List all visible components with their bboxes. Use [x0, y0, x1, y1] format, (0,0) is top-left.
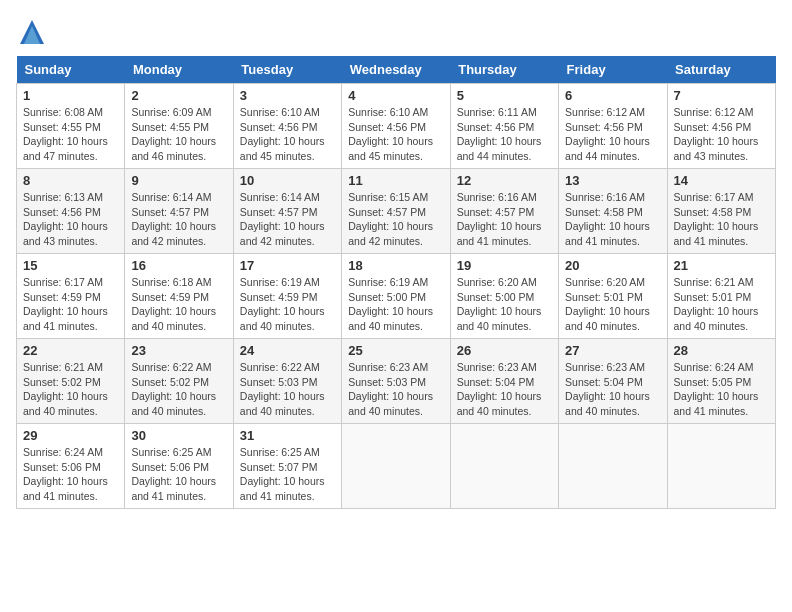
weekday-header-monday: Monday	[125, 56, 233, 84]
calendar-cell: 3 Sunrise: 6:10 AM Sunset: 4:56 PM Dayli…	[233, 84, 341, 169]
calendar-cell: 12 Sunrise: 6:16 AM Sunset: 4:57 PM Dayl…	[450, 169, 558, 254]
day-number: 15	[23, 258, 118, 273]
day-number: 14	[674, 173, 769, 188]
day-number: 1	[23, 88, 118, 103]
day-number: 12	[457, 173, 552, 188]
day-info: Sunrise: 6:23 AM Sunset: 5:03 PM Dayligh…	[348, 360, 443, 419]
calendar-cell: 10 Sunrise: 6:14 AM Sunset: 4:57 PM Dayl…	[233, 169, 341, 254]
day-info: Sunrise: 6:20 AM Sunset: 5:00 PM Dayligh…	[457, 275, 552, 334]
day-number: 23	[131, 343, 226, 358]
day-number: 17	[240, 258, 335, 273]
day-info: Sunrise: 6:12 AM Sunset: 4:56 PM Dayligh…	[565, 105, 660, 164]
day-info: Sunrise: 6:17 AM Sunset: 4:59 PM Dayligh…	[23, 275, 118, 334]
weekday-header-tuesday: Tuesday	[233, 56, 341, 84]
calendar-cell: 21 Sunrise: 6:21 AM Sunset: 5:01 PM Dayl…	[667, 254, 775, 339]
calendar-cell: 4 Sunrise: 6:10 AM Sunset: 4:56 PM Dayli…	[342, 84, 450, 169]
weekday-header-sunday: Sunday	[17, 56, 125, 84]
calendar-cell: 25 Sunrise: 6:23 AM Sunset: 5:03 PM Dayl…	[342, 339, 450, 424]
day-info: Sunrise: 6:11 AM Sunset: 4:56 PM Dayligh…	[457, 105, 552, 164]
calendar-cell: 18 Sunrise: 6:19 AM Sunset: 5:00 PM Dayl…	[342, 254, 450, 339]
calendar-cell	[342, 424, 450, 509]
calendar-cell: 31 Sunrise: 6:25 AM Sunset: 5:07 PM Dayl…	[233, 424, 341, 509]
day-number: 26	[457, 343, 552, 358]
day-info: Sunrise: 6:13 AM Sunset: 4:56 PM Dayligh…	[23, 190, 118, 249]
weekday-header-saturday: Saturday	[667, 56, 775, 84]
calendar-cell: 11 Sunrise: 6:15 AM Sunset: 4:57 PM Dayl…	[342, 169, 450, 254]
week-row-5: 29 Sunrise: 6:24 AM Sunset: 5:06 PM Dayl…	[17, 424, 776, 509]
day-number: 7	[674, 88, 769, 103]
day-number: 21	[674, 258, 769, 273]
day-info: Sunrise: 6:19 AM Sunset: 5:00 PM Dayligh…	[348, 275, 443, 334]
calendar-cell: 29 Sunrise: 6:24 AM Sunset: 5:06 PM Dayl…	[17, 424, 125, 509]
calendar-cell: 6 Sunrise: 6:12 AM Sunset: 4:56 PM Dayli…	[559, 84, 667, 169]
day-info: Sunrise: 6:14 AM Sunset: 4:57 PM Dayligh…	[240, 190, 335, 249]
day-info: Sunrise: 6:21 AM Sunset: 5:01 PM Dayligh…	[674, 275, 769, 334]
calendar-cell: 19 Sunrise: 6:20 AM Sunset: 5:00 PM Dayl…	[450, 254, 558, 339]
day-number: 18	[348, 258, 443, 273]
calendar-cell	[667, 424, 775, 509]
day-info: Sunrise: 6:24 AM Sunset: 5:05 PM Dayligh…	[674, 360, 769, 419]
day-number: 29	[23, 428, 118, 443]
day-number: 11	[348, 173, 443, 188]
day-info: Sunrise: 6:10 AM Sunset: 4:56 PM Dayligh…	[348, 105, 443, 164]
day-number: 24	[240, 343, 335, 358]
calendar-cell: 2 Sunrise: 6:09 AM Sunset: 4:55 PM Dayli…	[125, 84, 233, 169]
day-info: Sunrise: 6:08 AM Sunset: 4:55 PM Dayligh…	[23, 105, 118, 164]
day-info: Sunrise: 6:17 AM Sunset: 4:58 PM Dayligh…	[674, 190, 769, 249]
calendar-cell: 22 Sunrise: 6:21 AM Sunset: 5:02 PM Dayl…	[17, 339, 125, 424]
calendar-header-row: SundayMondayTuesdayWednesdayThursdayFrid…	[17, 56, 776, 84]
day-number: 10	[240, 173, 335, 188]
day-number: 19	[457, 258, 552, 273]
day-info: Sunrise: 6:10 AM Sunset: 4:56 PM Dayligh…	[240, 105, 335, 164]
calendar-cell: 26 Sunrise: 6:23 AM Sunset: 5:04 PM Dayl…	[450, 339, 558, 424]
calendar-cell: 7 Sunrise: 6:12 AM Sunset: 4:56 PM Dayli…	[667, 84, 775, 169]
calendar-cell: 23 Sunrise: 6:22 AM Sunset: 5:02 PM Dayl…	[125, 339, 233, 424]
day-number: 13	[565, 173, 660, 188]
calendar-cell: 27 Sunrise: 6:23 AM Sunset: 5:04 PM Dayl…	[559, 339, 667, 424]
day-info: Sunrise: 6:16 AM Sunset: 4:58 PM Dayligh…	[565, 190, 660, 249]
day-info: Sunrise: 6:12 AM Sunset: 4:56 PM Dayligh…	[674, 105, 769, 164]
day-number: 4	[348, 88, 443, 103]
calendar-cell: 8 Sunrise: 6:13 AM Sunset: 4:56 PM Dayli…	[17, 169, 125, 254]
logo	[16, 16, 52, 48]
day-info: Sunrise: 6:23 AM Sunset: 5:04 PM Dayligh…	[565, 360, 660, 419]
day-number: 28	[674, 343, 769, 358]
week-row-1: 1 Sunrise: 6:08 AM Sunset: 4:55 PM Dayli…	[17, 84, 776, 169]
day-info: Sunrise: 6:25 AM Sunset: 5:06 PM Dayligh…	[131, 445, 226, 504]
day-number: 5	[457, 88, 552, 103]
calendar-cell: 17 Sunrise: 6:19 AM Sunset: 4:59 PM Dayl…	[233, 254, 341, 339]
calendar-cell: 1 Sunrise: 6:08 AM Sunset: 4:55 PM Dayli…	[17, 84, 125, 169]
calendar-cell: 20 Sunrise: 6:20 AM Sunset: 5:01 PM Dayl…	[559, 254, 667, 339]
weekday-header-wednesday: Wednesday	[342, 56, 450, 84]
page-header	[16, 16, 776, 48]
day-number: 25	[348, 343, 443, 358]
day-info: Sunrise: 6:14 AM Sunset: 4:57 PM Dayligh…	[131, 190, 226, 249]
calendar-cell: 16 Sunrise: 6:18 AM Sunset: 4:59 PM Dayl…	[125, 254, 233, 339]
day-number: 3	[240, 88, 335, 103]
weekday-header-thursday: Thursday	[450, 56, 558, 84]
day-info: Sunrise: 6:20 AM Sunset: 5:01 PM Dayligh…	[565, 275, 660, 334]
day-info: Sunrise: 6:16 AM Sunset: 4:57 PM Dayligh…	[457, 190, 552, 249]
calendar-cell: 14 Sunrise: 6:17 AM Sunset: 4:58 PM Dayl…	[667, 169, 775, 254]
day-info: Sunrise: 6:09 AM Sunset: 4:55 PM Dayligh…	[131, 105, 226, 164]
day-info: Sunrise: 6:22 AM Sunset: 5:03 PM Dayligh…	[240, 360, 335, 419]
week-row-3: 15 Sunrise: 6:17 AM Sunset: 4:59 PM Dayl…	[17, 254, 776, 339]
day-info: Sunrise: 6:19 AM Sunset: 4:59 PM Dayligh…	[240, 275, 335, 334]
calendar-cell: 5 Sunrise: 6:11 AM Sunset: 4:56 PM Dayli…	[450, 84, 558, 169]
weekday-header-friday: Friday	[559, 56, 667, 84]
week-row-2: 8 Sunrise: 6:13 AM Sunset: 4:56 PM Dayli…	[17, 169, 776, 254]
day-number: 2	[131, 88, 226, 103]
calendar-cell: 13 Sunrise: 6:16 AM Sunset: 4:58 PM Dayl…	[559, 169, 667, 254]
calendar-cell: 15 Sunrise: 6:17 AM Sunset: 4:59 PM Dayl…	[17, 254, 125, 339]
day-info: Sunrise: 6:24 AM Sunset: 5:06 PM Dayligh…	[23, 445, 118, 504]
day-number: 30	[131, 428, 226, 443]
day-number: 22	[23, 343, 118, 358]
day-info: Sunrise: 6:25 AM Sunset: 5:07 PM Dayligh…	[240, 445, 335, 504]
day-info: Sunrise: 6:18 AM Sunset: 4:59 PM Dayligh…	[131, 275, 226, 334]
calendar-cell: 28 Sunrise: 6:24 AM Sunset: 5:05 PM Dayl…	[667, 339, 775, 424]
day-info: Sunrise: 6:15 AM Sunset: 4:57 PM Dayligh…	[348, 190, 443, 249]
calendar-cell	[450, 424, 558, 509]
logo-icon	[16, 16, 48, 48]
day-number: 16	[131, 258, 226, 273]
day-info: Sunrise: 6:23 AM Sunset: 5:04 PM Dayligh…	[457, 360, 552, 419]
